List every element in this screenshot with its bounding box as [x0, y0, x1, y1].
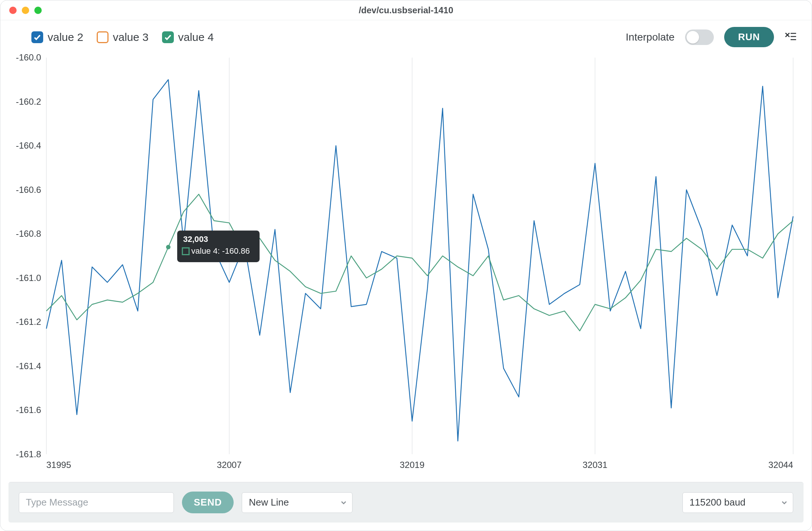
bottom-bar: SEND New Line 115200 baud: [8, 482, 804, 523]
svg-text:-160.6: -160.6: [16, 185, 41, 195]
svg-text:-160.4: -160.4: [16, 140, 41, 150]
window-close-button[interactable]: [9, 7, 17, 14]
window-minimize-button[interactable]: [22, 7, 29, 14]
svg-text:-160.0: -160.0: [16, 54, 41, 62]
run-button[interactable]: RUN: [724, 27, 774, 47]
svg-text:-161.0: -161.0: [16, 273, 41, 283]
svg-text:-161.4: -161.4: [16, 361, 41, 371]
titlebar: /dev/cu.usbserial-1410: [0, 0, 812, 20]
legend-item-value4[interactable]: value 4: [162, 31, 214, 44]
interpolate-toggle[interactable]: [685, 30, 714, 45]
send-button[interactable]: SEND: [182, 492, 234, 513]
svg-text:-161.2: -161.2: [16, 317, 41, 327]
svg-text:-161.8: -161.8: [16, 449, 41, 459]
chevron-down-icon: [781, 497, 788, 508]
select-value: 115200 baud: [689, 497, 746, 508]
checkbox-icon: [97, 31, 109, 43]
checkbox-icon: [31, 31, 43, 43]
svg-text:32031: 32031: [583, 459, 608, 469]
svg-text:32,003: 32,003: [183, 235, 208, 244]
clear-plot-icon[interactable]: [784, 30, 797, 44]
legend-item-value3[interactable]: value 3: [97, 31, 149, 44]
chart[interactable]: -160.0-160.2-160.4-160.6-160.8-161.0-161…: [0, 51, 812, 482]
chevron-down-icon: [340, 497, 347, 508]
legend-label: value 4: [178, 31, 214, 44]
svg-text:32007: 32007: [217, 459, 242, 469]
legend-label: value 3: [113, 31, 149, 44]
toggle-knob: [687, 31, 699, 44]
svg-text:-161.6: -161.6: [16, 405, 41, 415]
window-title: /dev/cu.usbserial-1410: [359, 5, 453, 15]
legend: value 2 value 3 value 4: [31, 31, 214, 44]
svg-text:32044: 32044: [768, 459, 793, 469]
legend-label: value 2: [48, 31, 83, 44]
checkbox-icon: [162, 31, 174, 43]
svg-text:-160.2: -160.2: [16, 97, 41, 107]
select-value: New Line: [249, 497, 289, 508]
message-input[interactable]: [19, 492, 174, 513]
baud-rate-select[interactable]: 115200 baud: [682, 492, 793, 513]
line-ending-select[interactable]: New Line: [242, 492, 352, 513]
interpolate-label: Interpolate: [626, 31, 674, 43]
svg-text:31995: 31995: [47, 459, 71, 469]
svg-text:32019: 32019: [400, 459, 424, 469]
svg-point-25: [166, 245, 171, 249]
svg-text:-160.8: -160.8: [16, 229, 41, 239]
svg-text:value 4: -160.86: value 4: -160.86: [191, 246, 250, 256]
legend-item-value2[interactable]: value 2: [31, 31, 83, 44]
window-maximize-button[interactable]: [34, 7, 42, 14]
